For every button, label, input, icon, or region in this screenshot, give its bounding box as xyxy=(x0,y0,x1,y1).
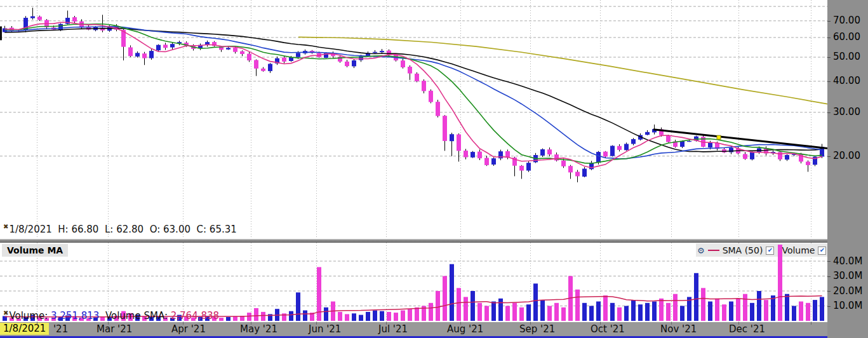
volume-label: Volume: xyxy=(9,310,48,321)
crosshair-date: 1/8/2021 xyxy=(9,224,51,235)
price-axis[interactable]: 70.0060.0050.0040.0030.0020.0040.0M30.0M… xyxy=(827,0,868,338)
volume-dropdown[interactable]: ✔ xyxy=(818,247,826,255)
date-axis-tickmark xyxy=(460,322,461,325)
price-axis-tickmark xyxy=(827,21,831,22)
volume-axis-tickmark xyxy=(827,276,831,277)
price-chart-canvas[interactable] xyxy=(0,0,827,239)
price-axis-tick-label: 30.00 xyxy=(833,107,860,117)
date-axis-month-label: Aug '21 xyxy=(447,324,483,334)
volume-legend: ⚙ SMA (50) ✔ Volume ✔ xyxy=(697,244,827,257)
low-value: 62.80 xyxy=(116,224,144,235)
volume-sma-legend-label: SMA (50) xyxy=(723,245,763,255)
volume-status-close-icon[interactable]: ✖ xyxy=(3,309,8,316)
price-status-line: ✖1/8/2021 H: 66.80 L: 62.80 O: 63.00 C: … xyxy=(3,223,237,235)
volume-axis-tickmark xyxy=(827,306,831,307)
price-axis-tick-label: 40.00 xyxy=(833,76,860,86)
volume-legend-label: Volume xyxy=(782,245,815,255)
volume-axis-tickmark xyxy=(827,291,831,292)
date-axis-tickmark xyxy=(316,322,317,325)
volume-ma-pane-label: Volume MA xyxy=(2,244,68,257)
date-axis-tickmark xyxy=(37,322,37,325)
volume-axis-tick-label: 30.0M xyxy=(833,271,862,281)
date-axis-month-label: Mar '21 xyxy=(97,324,132,334)
close-value: 65.31 xyxy=(210,224,237,235)
volume-sma-value: 2,764,838 xyxy=(171,310,219,321)
date-axis-month-label: '21 xyxy=(53,324,68,334)
crosshair-date-chip: 1/8/2021 xyxy=(0,323,49,335)
price-axis-tickmark xyxy=(827,57,831,58)
volume-axis-tick-label: 20.0M xyxy=(833,287,862,296)
date-axis-tickmark xyxy=(530,322,531,325)
date-axis-month-label: Dec '21 xyxy=(729,324,765,334)
price-axis-tick-label: 20.00 xyxy=(833,151,860,161)
date-axis-month-label: Oct '21 xyxy=(591,324,625,334)
date-axis-tickmark xyxy=(738,322,739,325)
date-axis[interactable]: 1/8/2021 '21Mar '21Apr '21May '21Jun '21… xyxy=(0,322,868,336)
price-axis-tickmark xyxy=(827,112,831,113)
date-axis-tickmark xyxy=(386,322,387,325)
date-axis-month-label: Sep '21 xyxy=(519,324,555,334)
trading-chart-window: ✖1/8/2021 H: 66.80 L: 62.80 O: 63.00 C: … xyxy=(0,0,868,338)
price-axis-tick-label: 50.00 xyxy=(833,52,860,62)
volume-axis-tick-label: 40.0M xyxy=(833,257,862,266)
price-status-close-icon[interactable]: ✖ xyxy=(3,223,8,230)
price-axis-tickmark xyxy=(827,81,831,82)
volume-status-line: ✖Volume: 3,251,813 Volume SMA: 2,764,838 xyxy=(3,309,219,321)
date-axis-tickmark xyxy=(600,322,601,325)
volume-value: 3,251,813 xyxy=(51,310,99,321)
price-axis-tick-label: 70.00 xyxy=(833,16,860,25)
date-axis-tickmark xyxy=(183,322,184,325)
volume-sma-line-swatch xyxy=(708,250,719,251)
date-axis-month-label: Nov '21 xyxy=(660,324,697,334)
price-axis-tickmark xyxy=(827,37,831,38)
open-label: O: xyxy=(150,224,161,235)
date-axis-tickmark xyxy=(108,322,109,325)
price-axis-tick-label: 60.00 xyxy=(833,32,860,42)
date-axis-month-label: Jul '21 xyxy=(378,324,408,334)
date-axis-month-label: May '21 xyxy=(240,324,277,334)
settings-gear-icon[interactable]: ⚙ xyxy=(697,247,705,255)
low-label: L: xyxy=(105,224,113,235)
open-value: 63.00 xyxy=(163,224,190,235)
date-axis-tickmark xyxy=(251,322,251,325)
date-axis-tickmark xyxy=(811,322,811,325)
date-axis-month-label: Apr '21 xyxy=(171,324,206,334)
date-axis-tickmark xyxy=(671,322,672,325)
volume-sma-dropdown[interactable]: ✔ xyxy=(766,247,774,255)
price-axis-tickmark xyxy=(827,156,831,157)
volume-sma-label: Volume SMA: xyxy=(105,310,168,321)
volume-axis-tick-label: 10.0M xyxy=(833,301,862,311)
volume-axis-tickmark xyxy=(827,261,831,262)
date-axis-month-label: Jun '21 xyxy=(309,324,341,334)
high-label: H: xyxy=(58,224,68,235)
high-value: 66.80 xyxy=(71,224,98,235)
close-label: C: xyxy=(197,224,207,235)
